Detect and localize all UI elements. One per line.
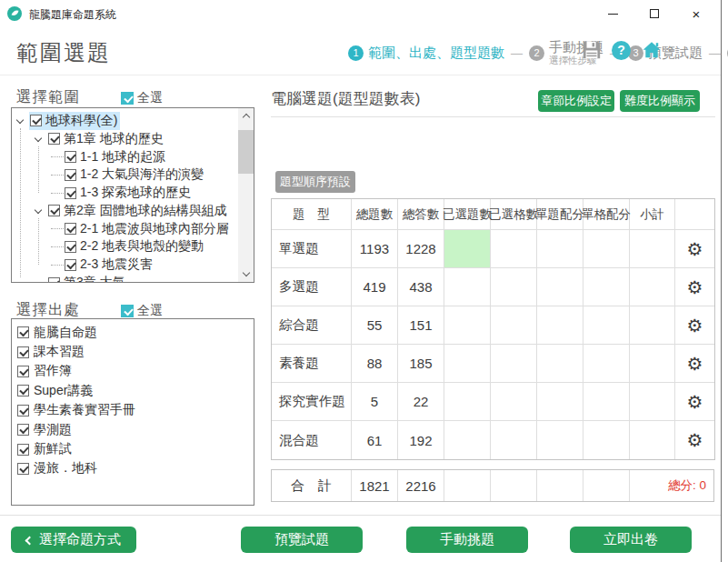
tree-item[interactable]: 2-3 地震災害 [12,256,238,274]
source-item[interactable]: 課本習題 [12,342,254,361]
selected-blanks-cell [491,421,537,459]
score-per-blank-cell [583,230,630,268]
tree-item-checkbox[interactable] [48,277,60,282]
tree-item[interactable]: 第3章 大氣 [12,274,238,282]
generate-exam-button[interactable]: 立即出卷 [570,527,692,553]
source-item-checkbox[interactable] [17,346,29,358]
close-button[interactable]: × [675,0,717,27]
main-panel-title: 電腦選題(題型題數表) [271,88,420,109]
score-per-question-cell [537,345,583,383]
tree-item-label: 1-1 地球的起源 [80,149,165,166]
tree-item-checkbox[interactable] [48,133,60,145]
type-order-badge[interactable]: 題型順序預設 [275,171,355,193]
manual-pick-button[interactable]: 手動挑題 [406,527,528,553]
tree-item[interactable]: 2-2 地表與地殼的變動 [12,238,238,256]
selected-count-cell[interactable] [444,268,491,306]
step-item-1[interactable]: 1範圍、出處、題型題數 [348,45,504,61]
tree-item-checkbox[interactable] [48,205,60,216]
table-header-cell: 單格配分 [583,199,630,230]
tree-item[interactable]: 地球科學(全) [12,112,238,130]
selected-count-cell[interactable] [444,306,491,345]
expand-chevron-icon[interactable] [33,134,44,145]
gear-icon[interactable]: ⚙ [687,278,703,296]
source-item-checkbox[interactable] [17,463,29,475]
source-item[interactable]: 學測題 [12,420,254,439]
source-item-checkbox[interactable] [17,326,29,338]
tree-item-checkbox[interactable] [65,169,76,181]
expand-chevron-icon[interactable] [33,206,44,216]
tree-item-label: 第2章 固體地球的結構與組成 [64,203,227,219]
chapter-ratio-button[interactable]: 章節比例設定 [538,90,614,112]
maximize-icon [650,9,659,18]
tree-item-checkbox[interactable] [65,259,76,271]
gear-icon[interactable]: ⚙ [687,393,703,411]
source-item[interactable]: 龍騰自命題 [12,323,254,342]
score-per-question-cell [537,383,583,421]
expand-chevron-icon[interactable] [15,115,25,126]
save-icon[interactable] [582,40,602,60]
source-item[interactable]: Super講義 [12,381,254,400]
tree-item-checkbox[interactable] [65,223,76,235]
tree-item-checkbox[interactable] [65,187,76,199]
source-select-all-checkbox[interactable] [121,305,134,317]
total-answers-cell: 438 [398,268,444,306]
chevron-left-icon [25,536,35,545]
scope-select-all-checkbox[interactable] [121,92,134,105]
subtotal-cell [630,306,675,345]
scope-select-all-label: 全選 [137,90,163,106]
gear-icon[interactable]: ⚙ [687,316,703,335]
stepper: 1範圍、出處、題型題數—2手動挑題選擇性步驟—3預覽試題—4試卷設定 [348,35,728,71]
type-cell: 混合題 [272,421,352,459]
help-icon[interactable]: ? [612,41,631,60]
tree-scrollbar[interactable] [238,108,254,282]
source-item[interactable]: 習作簿 [12,362,254,381]
tree-item[interactable]: 1-3 探索地球的歷史 [12,184,238,202]
source-item[interactable]: 漫旅．地科 [12,459,254,478]
source-item[interactable]: 新鮮試 [12,439,254,458]
home-icon[interactable] [641,40,663,60]
scroll-up-icon[interactable] [238,108,254,124]
type-cell: 探究實作題 [272,383,352,421]
maximize-button[interactable] [633,0,675,27]
tree-item-checkbox[interactable] [30,115,42,126]
tree-item[interactable]: 1-1 地球的起源 [12,148,238,166]
selected-count-cell[interactable] [444,421,491,459]
tree-item[interactable]: 1-2 大氣與海洋的演變 [12,166,238,184]
tree-item-checkbox[interactable] [65,151,76,163]
summary-table: 合 計18212216總分: 0 [271,469,714,502]
difficulty-ratio-button[interactable]: 難度比例顯示 [620,90,700,112]
source-item-checkbox[interactable] [17,405,29,416]
page-title: 範圍選題 [16,38,111,67]
source-item-checkbox[interactable] [17,385,29,396]
gear-icon[interactable]: ⚙ [687,240,703,258]
selected-count-cell[interactable] [444,345,491,383]
selected-blanks-cell [491,345,537,383]
source-item-checkbox[interactable] [17,424,29,436]
total-questions-cell: 61 [352,421,398,459]
source-item-checkbox[interactable] [17,366,29,377]
scope-select-all[interactable]: 全選 [121,90,163,106]
source-item-label: Super講義 [34,383,93,399]
source-item-checkbox[interactable] [17,444,29,456]
tree-item-label: 2-3 地震災害 [80,256,153,273]
source-select-all[interactable]: 全選 [121,303,163,319]
gear-icon[interactable]: ⚙ [687,355,703,373]
tree-item[interactable]: 2-1 地震波與地球內部分層 [12,220,238,238]
tree-item-label: 第3章 大氣 [64,275,125,282]
selected-count-cell[interactable] [444,383,491,421]
selected-count-cell[interactable] [444,230,491,268]
table-header-cell [675,199,714,230]
window-title: 龍騰題庫命題系統 [29,7,116,23]
tree-item-checkbox[interactable] [65,241,76,253]
minimize-button[interactable] [592,0,633,27]
source-item-label: 新鮮試 [34,441,72,457]
scroll-down-icon[interactable] [238,266,254,282]
tree-item[interactable]: 第2章 固體地球的結構與組成 [12,202,238,220]
scrollbar-thumb[interactable] [238,130,254,174]
tree-item[interactable]: 第1章 地球的歷史 [12,130,238,148]
preview-questions-button[interactable]: 預覽試題 [241,527,363,553]
source-item[interactable]: 學生素養實習手冊 [12,401,254,420]
gear-icon[interactable]: ⚙ [687,431,703,449]
total-questions-cell: 419 [352,268,398,306]
back-button[interactable]: 選擇命題方式 [11,527,136,553]
